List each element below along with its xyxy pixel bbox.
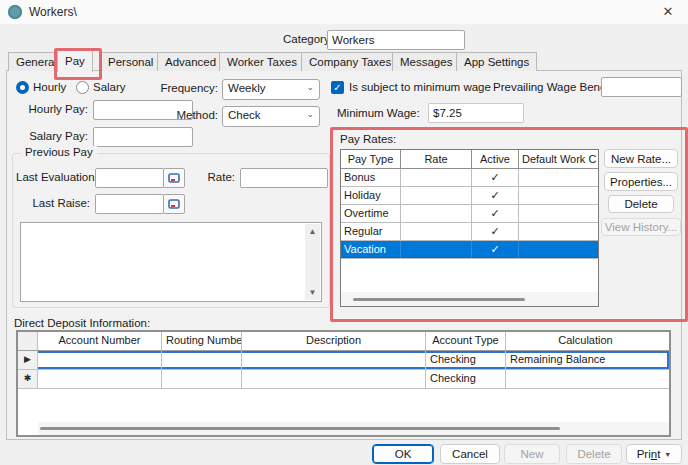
last-raise-label: Last Raise: [16, 197, 90, 209]
pay-rate-row-regular[interactable]: Regular ✓ [341, 223, 598, 241]
current-row-marker-icon: ▶ [18, 351, 38, 369]
print-button[interactable]: Print ▼ [626, 444, 682, 464]
cancel-button[interactable]: Cancel [440, 444, 500, 464]
title-bar: Workers\ ✕ [0, 0, 688, 24]
col-routing-number: Routing Number [162, 332, 242, 350]
direct-deposit-header: Account Number Routing Number Descriptio… [18, 332, 669, 351]
prevailing-wage-label: Prevailing Wage Benefit: [493, 81, 619, 93]
properties-button[interactable]: Properties... [604, 172, 678, 191]
last-evaluation-input[interactable] [95, 168, 164, 188]
direct-deposit-hscrollbar[interactable] [38, 422, 669, 435]
pay-rate-row-holiday[interactable]: Holiday ✓ [341, 187, 598, 205]
view-history-button[interactable]: View History... [601, 218, 681, 236]
rate-label: Rate: [200, 171, 235, 183]
salary-radio[interactable] [76, 81, 89, 94]
hourly-radio-label[interactable]: Hourly [33, 81, 66, 93]
tab-pay[interactable]: Pay [57, 50, 93, 72]
col-pay-type: Pay Type [341, 150, 401, 168]
active-check-icon: ✓ [472, 187, 519, 204]
rate-input[interactable] [240, 168, 328, 188]
col-active: Active [472, 150, 519, 168]
notes-scrollbar[interactable]: ▲ ▼ [305, 224, 320, 300]
pay-rates-label: Pay Rates: [340, 133, 396, 145]
previous-pay-title: Previous Pay [21, 146, 97, 158]
method-select[interactable]: Check ⌄ [222, 106, 320, 127]
last-raise-input[interactable] [95, 194, 164, 214]
tab-advanced[interactable]: Advanced [157, 52, 224, 71]
direct-deposit-row-current[interactable]: ▶ Checking Remaining Balance [18, 351, 669, 370]
active-check-icon: ✓ [472, 205, 519, 222]
pay-rates-table: Pay Type Rate Active Default Work C Bonu… [340, 149, 599, 307]
salary-pay-input[interactable] [93, 127, 193, 147]
last-evaluation-label: Last Evaluation: [16, 171, 90, 183]
active-check-icon: ✓ [472, 169, 519, 186]
delete-button[interactable]: Delete [566, 444, 622, 464]
calendar-icon [168, 199, 180, 209]
direct-deposit-row-new[interactable]: ✱ Checking [18, 370, 669, 389]
chevron-down-icon: ⌄ [306, 82, 314, 92]
scrollbar-thumb[interactable] [353, 298, 525, 301]
pay-rate-row-bonus[interactable]: Bonus ✓ [341, 169, 598, 187]
tab-personal[interactable]: Personal [100, 52, 161, 71]
last-raise-datepicker-icon[interactable] [163, 194, 185, 214]
new-rate-button[interactable]: New Rate... [604, 149, 678, 168]
print-dropdown-icon: ▼ [664, 451, 671, 458]
pay-rate-row-vacation-selected[interactable]: Vacation ✓ [341, 241, 598, 259]
active-check-icon: ✓ [472, 223, 519, 240]
prevailing-wage-input[interactable] [601, 77, 682, 97]
previous-pay-notes[interactable]: ▲ ▼ [20, 222, 322, 302]
tab-app-settings[interactable]: App Settings [456, 52, 537, 71]
workers-dialog: Workers\ ✕ Category: General Pay Persona… [0, 0, 688, 465]
category-input[interactable] [327, 30, 465, 50]
salary-radio-label[interactable]: Salary [93, 81, 126, 93]
minimum-wage-label: Minimum Wage: [337, 107, 420, 119]
frequency-select[interactable]: Weekly ⌄ [222, 79, 320, 100]
app-icon [8, 5, 22, 19]
col-default-work: Default Work C [519, 150, 598, 168]
category-label: Category: [283, 33, 333, 45]
col-rate: Rate [401, 150, 472, 168]
direct-deposit-table: Account Number Routing Number Descriptio… [16, 330, 671, 437]
active-check-icon: ✓ [472, 241, 519, 258]
pay-rates-hscrollbar[interactable] [341, 292, 598, 306]
pay-rate-row-overtime[interactable]: Overtime ✓ [341, 205, 598, 223]
calendar-icon [168, 173, 180, 183]
chevron-down-icon: ⌄ [306, 109, 314, 119]
scroll-up-icon[interactable]: ▲ [309, 224, 317, 239]
ok-button[interactable]: OK [372, 444, 434, 464]
salary-pay-label: Salary Pay: [18, 130, 88, 142]
method-value: Check [228, 109, 261, 121]
hourly-pay-label: Hourly Pay: [18, 103, 88, 115]
method-label: Method: [150, 109, 218, 121]
tab-company-taxes[interactable]: Company Taxes [301, 52, 399, 71]
pay-rates-header: Pay Type Rate Active Default Work C [341, 150, 598, 169]
delete-rate-button[interactable]: Delete [608, 195, 674, 213]
row-selector-header [18, 332, 38, 350]
min-wage-checkbox-label[interactable]: Is subject to minimum wage [349, 81, 491, 93]
col-calculation: Calculation [506, 332, 665, 350]
frequency-label: Frequency: [150, 82, 218, 94]
scrollbar-thumb[interactable] [40, 427, 560, 430]
new-row-marker-icon: ✱ [18, 370, 38, 388]
min-wage-checkbox[interactable]: ✓ [331, 81, 344, 94]
minimum-wage-input[interactable] [428, 103, 524, 123]
direct-deposit-label: Direct Deposit Information: [14, 317, 150, 329]
tab-worker-taxes[interactable]: Worker Taxes [219, 52, 305, 71]
new-button[interactable]: New [504, 444, 560, 464]
col-account-number: Account Number [38, 332, 162, 350]
col-account-type: Account Type [426, 332, 506, 350]
scroll-down-icon[interactable]: ▼ [309, 285, 317, 300]
col-description: Description [242, 332, 426, 350]
window-title: Workers\ [29, 5, 77, 19]
frequency-value: Weekly [228, 82, 266, 94]
tab-messages[interactable]: Messages [392, 52, 460, 71]
last-evaluation-datepicker-icon[interactable] [163, 168, 185, 188]
close-icon[interactable]: ✕ [651, 1, 685, 23]
hourly-radio[interactable] [16, 81, 29, 94]
